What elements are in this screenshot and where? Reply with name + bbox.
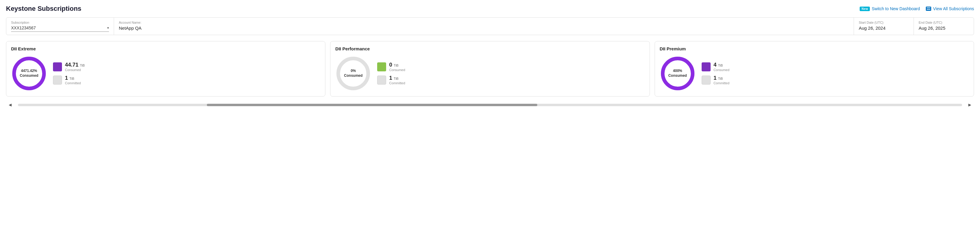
- cards-row: DII Extreme4471.42%Consumed44.71 TiBCons…: [6, 41, 974, 96]
- view-all-subscriptions-button[interactable]: View All Subscriptions: [926, 6, 974, 11]
- new-badge: New: [860, 6, 870, 11]
- service-title-0: DII Extreme: [11, 46, 320, 51]
- scroll-left-button[interactable]: ◄: [6, 101, 14, 109]
- donut-label-0: 4471.42%Consumed: [20, 69, 38, 78]
- donut-label-1: 0%Consumed: [344, 69, 363, 78]
- service-title-1: DII Performance: [335, 46, 644, 51]
- header-row: Keystone Subscriptions New Switch to New…: [6, 5, 974, 13]
- metric-swatch-2-0: [702, 62, 711, 71]
- metric-swatch-1-0: [377, 62, 386, 71]
- scroll-track[interactable]: [18, 104, 962, 106]
- card-content-1: 0%Consumed0 TiBConsumed1 TiBCommitted: [335, 56, 644, 91]
- metric-swatch-2-1: [702, 75, 711, 85]
- metric-item-0-1: 1 TiBCommitted: [53, 75, 85, 85]
- new-dashboard-label: Switch to New Dashboard: [872, 6, 920, 11]
- metric-desc-0-0: Consumed: [65, 68, 85, 72]
- scroll-thumb: [207, 104, 537, 106]
- donut-label-2: 400%Consumed: [668, 69, 687, 78]
- page-container: Keystone Subscriptions New Switch to New…: [0, 0, 980, 248]
- card-content-2: 400%Consumed4 TiBConsumed1 TiBCommitted: [660, 56, 969, 91]
- metric-text-2-1: 1 TiBCommitted: [714, 75, 729, 85]
- new-dashboard-button[interactable]: New Switch to New Dashboard: [860, 6, 920, 11]
- metric-text-2-0: 4 TiBConsumed: [714, 62, 729, 72]
- subscription-select[interactable]: XXX1234567 ▾: [11, 26, 109, 32]
- metric-item-1-0: 0 TiBConsumed: [377, 62, 405, 72]
- donut-chart-0: 4471.42%Consumed: [11, 56, 47, 91]
- metric-swatch-1-1: [377, 75, 386, 85]
- metrics-col-1: 0 TiBConsumed1 TiBCommitted: [377, 62, 405, 85]
- subscription-value: XXX1234567: [11, 26, 107, 30]
- service-title-2: DII Premium: [660, 46, 969, 51]
- subscription-label: Subscription: [11, 21, 109, 24]
- subscription-field: Subscription XXX1234567 ▾: [6, 18, 114, 35]
- metric-swatch-0-1: [53, 75, 62, 85]
- chevron-down-icon: ▾: [107, 26, 109, 30]
- end-date-value: Aug 26, 2025: [919, 26, 969, 30]
- metric-item-1-1: 1 TiBCommitted: [377, 75, 405, 85]
- card-content-0: 4471.42%Consumed44.71 TiBConsumed1 TiBCo…: [11, 56, 320, 91]
- metric-item-2-0: 4 TiBConsumed: [702, 62, 729, 72]
- account-value: NetApp QA: [119, 26, 849, 30]
- metric-item-0-0: 44.71 TiBConsumed: [53, 62, 85, 72]
- metric-value-2-1: 1 TiB: [714, 75, 729, 81]
- metric-value-1-0: 0 TiB: [389, 62, 405, 67]
- metric-text-0-0: 44.71 TiBConsumed: [65, 62, 85, 72]
- metric-text-1-0: 0 TiBConsumed: [389, 62, 405, 72]
- donut-chart-1: 0%Consumed: [335, 56, 371, 91]
- metric-text-1-1: 1 TiBCommitted: [389, 75, 405, 85]
- page-title: Keystone Subscriptions: [6, 5, 81, 13]
- start-date-value: Aug 26, 2024: [859, 26, 909, 30]
- end-date-label: End Date (UTC): [919, 21, 969, 24]
- metric-value-0-0: 44.71 TiB: [65, 62, 85, 67]
- metric-value-2-0: 4 TiB: [714, 62, 729, 67]
- service-card-0: DII Extreme4471.42%Consumed44.71 TiBCons…: [6, 41, 325, 96]
- scroll-right-button[interactable]: ►: [966, 101, 974, 109]
- metric-value-1-1: 1 TiB: [389, 75, 405, 81]
- metric-desc-1-0: Consumed: [389, 68, 405, 72]
- scroll-row: ◄ ►: [6, 101, 974, 109]
- metrics-col-0: 44.71 TiBConsumed1 TiBCommitted: [53, 62, 85, 85]
- account-field: Account Name: NetApp QA: [114, 18, 854, 35]
- metric-swatch-0-0: [53, 62, 62, 71]
- metric-desc-2-0: Consumed: [714, 68, 729, 72]
- header-actions: New Switch to New Dashboard View All Sub…: [860, 6, 974, 11]
- metric-desc-0-1: Committed: [65, 81, 81, 85]
- account-label: Account Name:: [119, 21, 849, 24]
- service-card-1: DII Performance0%Consumed0 TiBConsumed1 …: [330, 41, 649, 96]
- metric-value-0-1: 1 TiB: [65, 75, 81, 81]
- metric-desc-1-1: Committed: [389, 81, 405, 85]
- metric-text-0-1: 1 TiBCommitted: [65, 75, 81, 85]
- service-card-2: DII Premium400%Consumed4 TiBConsumed1 Ti…: [655, 41, 974, 96]
- subscription-bar: Subscription XXX1234567 ▾ Account Name: …: [6, 18, 974, 35]
- list-icon: [926, 6, 931, 11]
- metric-item-2-1: 1 TiBCommitted: [702, 75, 729, 85]
- metrics-col-2: 4 TiBConsumed1 TiBCommitted: [702, 62, 729, 85]
- view-all-label: View All Subscriptions: [933, 6, 974, 11]
- start-date-label: Start Date (UTC): [859, 21, 909, 24]
- end-date-field: End Date (UTC) Aug 26, 2025: [914, 18, 974, 35]
- metric-desc-2-1: Committed: [714, 81, 729, 85]
- start-date-field: Start Date (UTC) Aug 26, 2024: [854, 18, 914, 35]
- donut-chart-2: 400%Consumed: [660, 56, 696, 91]
